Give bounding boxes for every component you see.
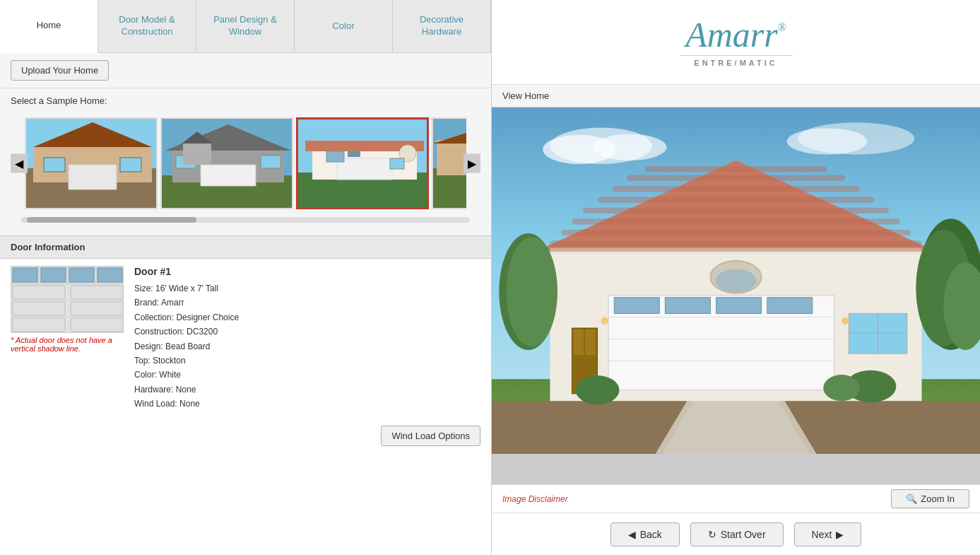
tab-home[interactable]: Home: [0, 0, 98, 53]
scroll-track: [21, 217, 470, 223]
door-info-header: Door Information: [0, 236, 491, 259]
spec-color: Color: White: [134, 368, 480, 382]
app-layout: Home Door Model & Construction Panel Des…: [0, 0, 980, 555]
view-home-image-wrap: [492, 107, 980, 484]
svg-point-50: [787, 128, 867, 154]
svg-rect-59: [572, 218, 899, 224]
svg-rect-71: [716, 298, 762, 314]
svg-rect-37: [71, 286, 123, 299]
svg-rect-70: [665, 298, 710, 314]
svg-point-90: [823, 375, 860, 401]
right-panel: Amarr ® ENTRE/MATIC View Home: [491, 0, 980, 555]
logo-divider: [680, 55, 793, 56]
svg-rect-22: [348, 151, 360, 157]
spec-wind-load: Wind Load: None: [134, 397, 480, 411]
svg-rect-40: [71, 302, 123, 315]
svg-rect-91: [550, 248, 922, 254]
svg-rect-33: [69, 268, 94, 282]
left-panel: Home Door Model & Construction Panel Des…: [0, 0, 491, 555]
svg-rect-64: [645, 166, 827, 172]
tab-color[interactable]: Color: [295, 0, 393, 52]
door-number: Door #1: [134, 266, 480, 277]
svg-rect-20: [337, 158, 392, 180]
upload-area: Upload Your Home: [0, 53, 491, 88]
svg-rect-69: [614, 298, 659, 314]
svg-point-48: [594, 134, 666, 160]
svg-rect-34: [98, 268, 122, 282]
tab-decorative[interactable]: Decorative Hardware: [393, 0, 491, 52]
wind-load-button[interactable]: Wind Load Options: [381, 426, 480, 446]
tab-door-model[interactable]: Door Model & Construction: [98, 0, 196, 52]
zoom-icon: 🔍: [906, 493, 917, 504]
svg-rect-79: [574, 329, 584, 355]
scroll-right-button[interactable]: ▶: [464, 153, 480, 173]
door-preview-image: [11, 266, 124, 333]
svg-rect-5: [44, 158, 65, 172]
start-over-button[interactable]: ↻ Start Over: [690, 522, 784, 547]
svg-rect-32: [41, 268, 66, 282]
door-disclaimer: * Actual door does not have a vertical s…: [11, 336, 124, 353]
thumbnail-1[interactable]: [25, 117, 158, 209]
logo-area: Amarr ® ENTRE/MATIC: [492, 0, 980, 85]
bottom-nav: ◀ Back ↻ Start Over Next ▶: [492, 513, 980, 555]
spec-design: Design: Bead Board: [134, 339, 480, 354]
next-button[interactable]: Next ▶: [794, 522, 862, 547]
svg-rect-21: [326, 151, 344, 162]
spec-hardware: Hardware: None: [134, 382, 480, 397]
svg-rect-24: [390, 158, 404, 169]
thumbnail-3[interactable]: [296, 117, 429, 209]
svg-point-74: [716, 269, 757, 292]
upload-home-button[interactable]: Upload Your Home: [11, 60, 109, 81]
svg-rect-36: [13, 286, 65, 299]
back-button[interactable]: ◀ Back: [610, 522, 680, 547]
svg-rect-14: [183, 144, 211, 165]
thumbnail-2[interactable]: [160, 117, 293, 209]
sample-home-area: Select a Sample Home: ◀: [0, 88, 491, 232]
svg-rect-13: [261, 156, 281, 168]
svg-rect-72: [767, 298, 813, 314]
svg-rect-80: [585, 329, 595, 355]
svg-rect-39: [13, 302, 65, 315]
logo-brand: Amarr: [685, 17, 778, 52]
thumbnails-container: ◀: [11, 112, 480, 214]
svg-rect-61: [598, 197, 875, 202]
svg-point-82: [842, 317, 849, 325]
wind-load-wrap: Wind Load Options: [0, 419, 491, 457]
door-info-section: Door Information: [0, 235, 491, 555]
door-details: Door #1 Size: 16' Wide x 7' Tall Brand: …: [134, 266, 480, 411]
next-icon: ▶: [836, 529, 844, 540]
spec-top: Top: Stockton: [134, 354, 480, 368]
thumbnails-scroll: [25, 117, 466, 209]
svg-rect-4: [69, 165, 117, 189]
scroll-left-button[interactable]: ◀: [11, 153, 28, 173]
svg-rect-57: [550, 240, 922, 246]
zoom-in-button[interactable]: 🔍 Zoom In: [891, 489, 969, 508]
logo: Amarr ® ENTRE/MATIC: [680, 17, 793, 67]
svg-rect-62: [612, 186, 860, 192]
svg-rect-11: [201, 165, 256, 186]
svg-point-84: [507, 237, 557, 346]
door-info-content: * Actual door does not have a vertical s…: [0, 259, 491, 419]
sample-home-label: Select a Sample Home:: [11, 95, 480, 106]
svg-rect-60: [583, 208, 889, 214]
door-specs: Size: 16' Wide x 7' Tall Brand: Amarr Co…: [134, 281, 480, 411]
image-footer: Image Disclaimer 🔍 Zoom In: [492, 484, 980, 513]
svg-rect-6: [120, 158, 141, 172]
scroll-thumb[interactable]: [27, 217, 196, 223]
svg-rect-63: [627, 175, 845, 180]
svg-point-88: [576, 375, 620, 404]
tab-panel-design[interactable]: Panel Design & Window: [196, 0, 295, 52]
spec-collection: Collection: Designer Choice: [134, 310, 480, 325]
logo-subtext: ENTRE/MATIC: [680, 59, 793, 67]
svg-rect-43: [71, 318, 123, 332]
thumbnail-4[interactable]: [432, 117, 466, 209]
spec-size: Size: 16' Wide x 7' Tall: [134, 281, 480, 296]
refresh-icon: ↻: [708, 529, 716, 540]
scroll-bar-wrap: [11, 214, 480, 228]
back-icon: ◀: [628, 529, 636, 540]
svg-point-81: [601, 317, 608, 325]
tab-bar: Home Door Model & Construction Panel Des…: [0, 0, 491, 53]
spec-brand: Brand: Amarr: [134, 296, 480, 310]
svg-rect-31: [13, 268, 37, 282]
logo-trademark: ®: [778, 21, 786, 34]
